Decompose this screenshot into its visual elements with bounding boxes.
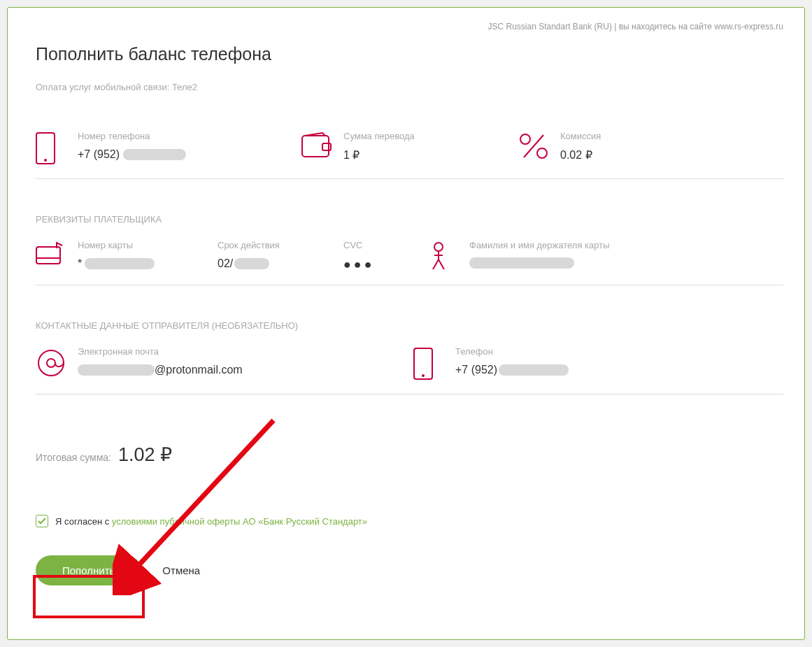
cvc-label: CVC — [343, 240, 427, 250]
card-icon — [36, 240, 78, 265]
exp-value[interactable]: 02/ — [218, 257, 343, 270]
field-contact-phone: Телефон +7 (952) — [413, 346, 783, 394]
field-exp: Срок действия 02/ — [218, 240, 343, 285]
field-card: Номер карты * — [36, 240, 218, 285]
payment-form-card: JSC Russian Standart Bank (RU) | вы нахо… — [7, 7, 805, 640]
svg-point-5 — [537, 148, 547, 158]
field-holder: Фамилия и имя держателя карты — [427, 240, 783, 285]
amount-value[interactable]: 1 ₽ — [343, 148, 518, 162]
svg-rect-2 — [302, 136, 329, 157]
contact-phone-value[interactable]: +7 (952) — [455, 364, 783, 376]
bank-name: JSC Russian Standart Bank (RU) — [487, 22, 611, 31]
total-line: Итоговая сумма: 1.02 ₽ — [36, 443, 783, 466]
card-label: Номер карты — [78, 240, 218, 250]
svg-point-10 — [38, 350, 64, 376]
svg-point-13 — [422, 374, 425, 377]
svg-rect-7 — [36, 247, 60, 264]
row-transfer: Номер телефона +7 (952) Сумма перевода 1… — [36, 131, 783, 186]
page-title: Пополнить баланс телефона — [36, 44, 783, 64]
holder-value[interactable] — [469, 257, 783, 269]
agreement-checkbox[interactable] — [36, 515, 48, 527]
svg-rect-3 — [322, 143, 331, 150]
cvc-value[interactable]: ●●● — [343, 257, 427, 272]
redacted — [85, 258, 155, 269]
amount-label: Сумма перевода — [343, 131, 518, 141]
agreement-row: Я согласен с условиями публичной оферты … — [36, 515, 783, 527]
agreement-text: Я согласен с условиями публичной оферты … — [55, 516, 367, 527]
oferta-link[interactable]: условиями публичной оферты АО «Банк Русс… — [112, 516, 367, 527]
exp-label: Срок действия — [218, 240, 343, 250]
email-icon — [36, 346, 78, 378]
field-fee: Комиссия 0.02 ₽ — [518, 131, 783, 179]
submit-button[interactable]: Пополнить — [36, 555, 141, 585]
percent-icon — [518, 131, 560, 160]
svg-line-6 — [524, 135, 543, 157]
redacted — [78, 364, 155, 376]
actions-row: Пополнить Отмена — [36, 555, 783, 585]
field-email: Электронная почта @protonmail.com — [36, 346, 413, 394]
phone-icon — [36, 131, 78, 166]
field-cvc: CVC ●●● — [343, 240, 427, 285]
phone-label: Номер телефона — [78, 131, 301, 141]
redacted — [123, 149, 186, 160]
total-label: Итоговая сумма: — [36, 452, 111, 463]
row-contact: Электронная почта @protonmail.com Телефо… — [36, 346, 783, 401]
cancel-button[interactable]: Отмена — [162, 564, 200, 576]
phone-icon — [413, 346, 455, 381]
wallet-icon — [301, 131, 343, 159]
redacted — [469, 257, 574, 269]
site-note: вы находитесь на сайте www.rs-express.ru — [619, 22, 783, 31]
field-amount: Сумма перевода 1 ₽ — [301, 131, 518, 179]
redacted — [499, 364, 569, 376]
email-value[interactable]: @protonmail.com — [78, 364, 413, 376]
svg-point-11 — [47, 359, 55, 367]
fee-label: Комиссия — [560, 131, 783, 141]
svg-point-4 — [520, 134, 530, 144]
row-payer: Номер карты * Срок действия 02/ CVC ●●● — [36, 240, 783, 292]
subtitle: Оплата услуг мобильной связи: Теле2 — [36, 82, 783, 92]
svg-point-1 — [44, 159, 47, 162]
phone-value[interactable]: +7 (952) — [78, 148, 301, 161]
svg-point-9 — [434, 243, 443, 251]
payer-section-title: РЕКВИЗИТЫ ПЛАТЕЛЬЩИКА — [36, 214, 783, 225]
contact-phone-label: Телефон — [455, 346, 783, 357]
total-value: 1.02 ₽ — [118, 444, 172, 465]
email-label: Электронная почта — [78, 346, 413, 357]
holder-label: Фамилия и имя держателя карты — [469, 240, 783, 250]
fee-value: 0.02 ₽ — [560, 148, 783, 162]
card-value[interactable]: * — [78, 257, 218, 270]
header-info: JSC Russian Standart Bank (RU) | вы нахо… — [36, 22, 783, 31]
contact-section-title: КОНТАКТНЫЕ ДАННЫЕ ОТПРАВИТЕЛЯ (НЕОБЯЗАТЕ… — [36, 320, 783, 331]
field-phone: Номер телефона +7 (952) — [36, 131, 301, 179]
redacted — [234, 258, 269, 269]
person-icon — [427, 240, 469, 271]
